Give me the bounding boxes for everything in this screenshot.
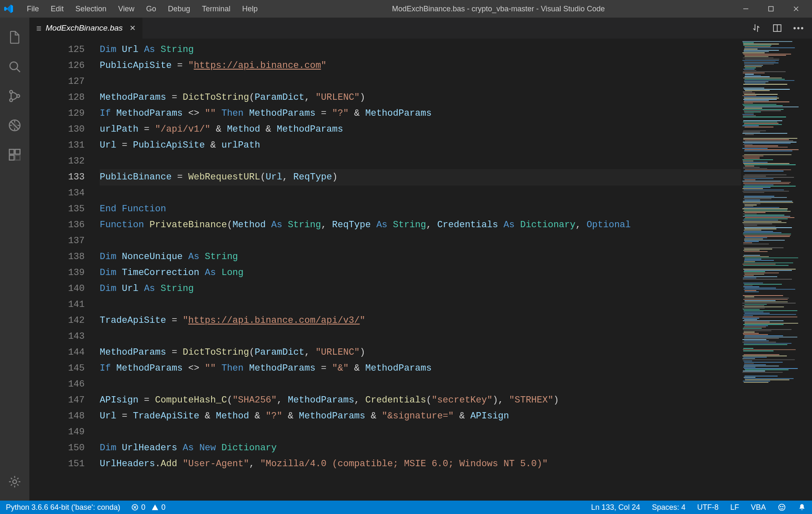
source-control-icon[interactable] bbox=[0, 81, 29, 111]
titlebar: File Edit Selection View Go Debug Termin… bbox=[0, 0, 812, 18]
search-icon[interactable] bbox=[0, 52, 29, 81]
minimap[interactable] bbox=[741, 39, 812, 501]
more-actions-icon[interactable]: ••• bbox=[793, 23, 804, 33]
minimize-button[interactable] bbox=[733, 0, 758, 18]
menu-file[interactable]: File bbox=[21, 2, 45, 16]
svg-rect-1 bbox=[769, 7, 773, 11]
svg-rect-15 bbox=[15, 155, 20, 160]
editor-actions: ••• bbox=[751, 18, 812, 39]
svg-point-7 bbox=[10, 99, 13, 102]
svg-point-6 bbox=[10, 91, 13, 93]
status-feedback-icon[interactable] bbox=[778, 503, 786, 511]
line-number-gutter[interactable]: 1251261271281291301311321331341351361371… bbox=[29, 39, 92, 501]
svg-rect-12 bbox=[9, 149, 14, 154]
split-editor-icon[interactable] bbox=[772, 23, 782, 33]
vscode-logo-icon bbox=[3, 3, 14, 14]
menu-edit[interactable]: Edit bbox=[45, 2, 70, 16]
tab-modexchbinance[interactable]: ≣ ModExchBinance.bas ✕ bbox=[29, 18, 143, 39]
status-eol[interactable]: LF bbox=[730, 503, 739, 512]
status-bar: Python 3.6.6 64-bit ('base': conda) 0 0 … bbox=[0, 501, 812, 514]
menu-go[interactable]: Go bbox=[140, 2, 162, 16]
svg-point-4 bbox=[10, 62, 18, 70]
tab-close-icon[interactable]: ✕ bbox=[127, 23, 136, 33]
status-problems[interactable]: 0 0 bbox=[131, 503, 166, 512]
status-error-count: 0 bbox=[141, 503, 145, 512]
tab-label: ModExchBinance.bas bbox=[46, 23, 123, 33]
menu-debug[interactable]: Debug bbox=[162, 2, 196, 16]
menu-bar: File Edit Selection View Go Debug Termin… bbox=[21, 2, 264, 16]
code-editor[interactable]: Dim Url As StringPublicApiSite = "https:… bbox=[92, 39, 741, 501]
activity-bar bbox=[0, 18, 29, 501]
status-encoding[interactable]: UTF-8 bbox=[697, 503, 719, 512]
svg-rect-13 bbox=[15, 149, 20, 154]
status-bell-icon[interactable] bbox=[798, 503, 806, 511]
settings-gear-icon[interactable] bbox=[0, 467, 29, 496]
status-indent[interactable]: Spaces: 4 bbox=[652, 503, 685, 512]
status-cursor[interactable]: Ln 133, Col 24 bbox=[591, 503, 640, 512]
menu-selection[interactable]: Selection bbox=[70, 2, 112, 16]
menu-view[interactable]: View bbox=[112, 2, 140, 16]
file-icon: ≣ bbox=[36, 24, 41, 32]
window-title: ModExchBinance.bas - crypto_vba-master -… bbox=[264, 5, 733, 13]
svg-point-22 bbox=[779, 504, 785, 511]
menu-terminal[interactable]: Terminal bbox=[196, 2, 236, 16]
svg-point-23 bbox=[781, 506, 781, 507]
compare-changes-icon[interactable] bbox=[751, 23, 761, 33]
main-area: ≣ ModExchBinance.bas ✕ ••• 1251261271281… bbox=[0, 18, 812, 501]
status-python[interactable]: Python 3.6.6 64-bit ('base': conda) bbox=[6, 503, 120, 512]
window-controls bbox=[733, 0, 809, 18]
explorer-icon[interactable] bbox=[0, 23, 29, 52]
extensions-icon[interactable] bbox=[0, 140, 29, 169]
maximize-button[interactable] bbox=[758, 0, 784, 18]
tab-bar: ≣ ModExchBinance.bas ✕ ••• bbox=[29, 18, 812, 39]
svg-line-5 bbox=[17, 69, 20, 72]
svg-point-8 bbox=[17, 95, 20, 98]
svg-point-16 bbox=[13, 480, 16, 483]
svg-point-24 bbox=[783, 506, 784, 507]
close-button[interactable] bbox=[784, 0, 809, 18]
svg-rect-14 bbox=[9, 155, 14, 160]
debug-icon[interactable] bbox=[0, 111, 29, 140]
svg-point-11 bbox=[12, 123, 17, 127]
menu-help[interactable]: Help bbox=[236, 2, 264, 16]
status-warning-count: 0 bbox=[161, 503, 166, 512]
status-language[interactable]: VBA bbox=[751, 503, 766, 512]
editor-area: ≣ ModExchBinance.bas ✕ ••• 1251261271281… bbox=[29, 18, 812, 501]
editor-body: 1251261271281291301311321331341351361371… bbox=[29, 39, 812, 501]
